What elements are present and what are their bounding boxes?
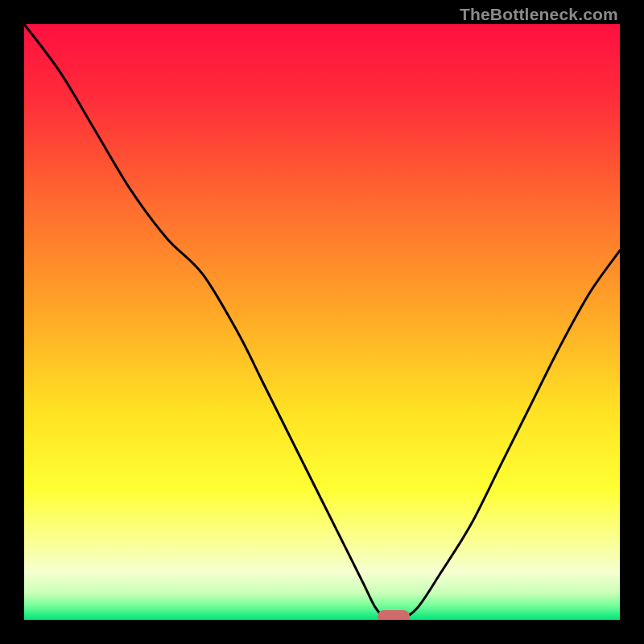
watermark-text: TheBottleneck.com (460, 5, 618, 24)
chart-frame: TheBottleneck.com (0, 0, 644, 644)
optimum-marker (378, 610, 410, 620)
bottleneck-curve (24, 24, 620, 620)
plot-area (24, 24, 620, 620)
